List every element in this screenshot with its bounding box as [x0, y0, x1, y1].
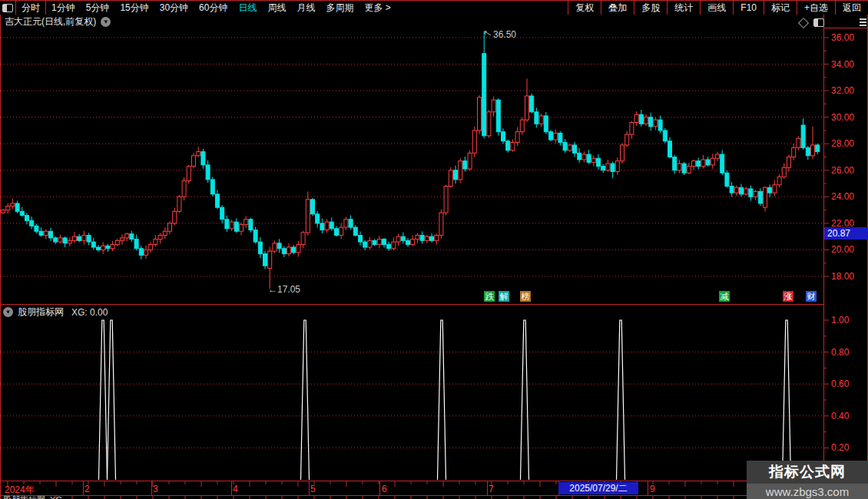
annotation-low-price: ←17.05 — [268, 284, 300, 295]
tab-period-10[interactable]: 更多 > — [359, 1, 396, 15]
price-tick-label: 28.00 — [831, 138, 866, 149]
date-tick-label: 9 — [650, 484, 655, 494]
date-tick-label: 7 — [489, 484, 494, 494]
tab-period-4[interactable]: 30分钟 — [154, 1, 194, 15]
split-pane-icon — [2, 4, 13, 12]
toolbar-button-0[interactable]: 复权 — [568, 1, 601, 15]
tab-period-2[interactable]: 5分钟 — [81, 1, 115, 15]
price-tick-label: 30.00 — [831, 112, 866, 123]
layout-switch-button[interactable] — [0, 1, 16, 15]
panel-layout-icon[interactable] — [813, 18, 824, 27]
price-tick-label: 32.00 — [831, 85, 866, 96]
toolbar-button-3[interactable]: 统计 — [667, 1, 700, 15]
price-tick-label: 24.00 — [831, 191, 866, 202]
diamond-icon[interactable] — [800, 19, 807, 27]
event-badge-减[interactable]: 减 — [719, 291, 730, 302]
tab-period-5[interactable]: 60分钟 — [194, 1, 233, 15]
sub-indicator-header: ▾ 股朋指标网 XG: 0.00 — [3, 306, 108, 318]
toolbar-button-7[interactable]: +自选 — [797, 1, 835, 15]
price-tick-label: 26.00 — [831, 165, 866, 176]
date-tick-label: 4 — [233, 484, 238, 494]
toolbar-button-6[interactable]: 标记 — [764, 1, 797, 15]
price-tick-label: 20.00 — [831, 244, 866, 255]
period-toolbar: 分时1分钟5分钟15分钟30分钟60分钟日线周线月线多周期更多 > 复权叠加多股… — [0, 1, 868, 15]
price-tick-label: 36.00 — [831, 32, 866, 43]
price-tick-label: 18.00 — [831, 271, 866, 282]
chevron-down-icon[interactable]: ▾ — [101, 17, 111, 27]
event-badge-解[interactable]: 解 — [499, 291, 509, 302]
sub-chart-area[interactable] — [0, 319, 823, 481]
tab-period-9[interactable]: 多周期 — [320, 1, 359, 15]
toolbar-button-4[interactable]: 画线 — [700, 1, 733, 15]
tab-period-7[interactable]: 周线 — [262, 1, 291, 15]
cursor-price-box: 20.87 — [824, 227, 868, 240]
period-toolbar-left: 分时1分钟5分钟15分钟30分钟60分钟日线周线月线多周期更多 > — [0, 1, 396, 15]
chart-title: 吉大正元(日线,前复权) — [5, 15, 96, 28]
tab-period-3[interactable]: 15分钟 — [114, 1, 154, 15]
date-tick-label: 6 — [382, 484, 387, 494]
sub-tick-label: 0.80 — [831, 347, 866, 358]
toolbar-button-1[interactable]: 叠加 — [601, 1, 634, 15]
date-tick-label: 2 — [84, 484, 90, 494]
collapse-chevron-icon[interactable]: ▾ — [3, 307, 13, 317]
chart-title-row: 吉大正元(日线,前复权) ▾ — [5, 16, 111, 28]
tab-period-0[interactable]: 分时 — [16, 1, 45, 15]
tab-period-1[interactable]: 1分钟 — [46, 1, 81, 15]
sub-tick-label: 0.20 — [831, 442, 866, 453]
toolbar-button-5[interactable]: F10 — [733, 1, 764, 15]
date-tick-label: 5 — [310, 484, 316, 494]
clipped-bottom-panel: 股朋指标网 XG — [3, 496, 234, 499]
sub-tick-label: 1.00 — [831, 315, 866, 326]
annotation-high-price: 36.50 — [493, 29, 516, 40]
sub-tick-label: 0.60 — [831, 378, 866, 389]
period-toolbar-right: 复权叠加多股统计画线F10标记+自选返回 — [568, 1, 868, 15]
indicator-name: 股朋指标网 — [18, 306, 64, 319]
price-tick-label: 34.00 — [831, 59, 866, 70]
event-badge-榜[interactable]: 榜 — [520, 291, 531, 302]
watermark-title: 指标公式网 — [747, 462, 868, 482]
toolbar-button-8[interactable]: 返回 — [835, 1, 868, 15]
site-watermark: 指标公式网 www.zbgs3.com — [747, 461, 868, 499]
tab-period-8[interactable]: 月线 — [291, 1, 320, 15]
cursor-date-box: 2025/07/29/二 — [558, 482, 638, 494]
main-chart-area[interactable] — [0, 28, 823, 303]
event-badge-财[interactable]: 财 — [806, 291, 817, 302]
toolbar-button-2[interactable]: 多股 — [634, 1, 667, 15]
watermark-url: www.zbgs3.com — [747, 484, 868, 499]
event-badge-跌[interactable]: 跌 — [484, 291, 495, 302]
date-tick-label: 3 — [153, 484, 158, 494]
menu-hamburger-icon[interactable] — [860, 17, 866, 28]
sub-tick-label: 0.40 — [831, 411, 866, 421]
event-badge-涨[interactable]: 涨 — [783, 291, 793, 302]
date-tick-label: 2024年 — [5, 484, 35, 497]
indicator-value: XG: 0.00 — [71, 307, 108, 318]
stock-app-window: 分时1分钟5分钟15分钟30分钟60分钟日线周线月线多周期更多 > 复权叠加多股… — [0, 0, 868, 499]
tab-period-6[interactable]: 日线 — [233, 1, 262, 15]
